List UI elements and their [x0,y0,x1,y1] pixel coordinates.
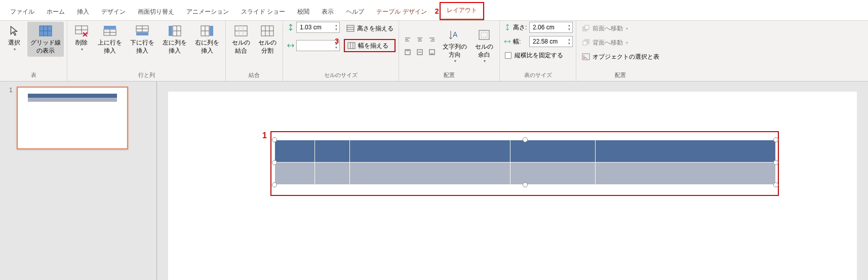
insert-left-icon [168,24,182,38]
cell-height-input[interactable]: ▲▼ [296,22,340,33]
tab-help[interactable]: ヘルプ [340,5,370,20]
cursor-icon [7,24,21,38]
row-height-icon [286,23,295,32]
group-cell-size-label: セルのサイズ [286,70,396,80]
group-table-size: 高さ: ▲▼ 幅: ▲▼ [500,21,576,81]
group-arrange: 前面へ移動 ▾ 背面へ移動 ▾ オブジェクトの選択と表 配 [576,21,664,81]
slide-table[interactable] [274,140,776,185]
spin-down[interactable]: ▼ [333,46,339,50]
cell-margins-label: セルの 余白 [475,43,493,59]
spin-up[interactable]: ▲ [333,23,339,27]
chevron-down-icon: ▾ [626,26,628,31]
insert-below-icon [135,24,149,38]
spin-down[interactable]: ▼ [566,42,572,46]
cell-margins-button[interactable]: セルの 余白 ▾ [472,26,496,66]
table-height-input[interactable]: ▲▼ [529,22,573,33]
table-height-field[interactable] [530,23,566,32]
insert-above-label: 上に行を 挿入 [98,39,122,55]
svg-rect-58 [585,25,589,29]
table-row[interactable] [275,140,776,163]
chevron-down-icon: ▾ [484,59,486,64]
send-backward-label: 背面へ移動 [593,38,623,47]
svg-rect-60 [583,41,587,45]
valign-middle[interactable] [414,47,425,58]
svg-rect-56 [481,32,487,37]
tab-home[interactable]: ホーム [41,5,71,20]
lock-aspect-checkbox[interactable]: 縦横比を固定する [503,50,573,61]
insert-col-left-button[interactable]: 左に列を 挿入 [160,22,190,57]
cell-width-input[interactable]: ▲▼ [296,40,340,51]
annotation-3: 3 [335,37,339,45]
tab-table-design[interactable]: テーブル デザイン [370,5,432,20]
insert-col-right-button[interactable]: 右に列を 挿入 [192,22,222,57]
cell-width-field[interactable] [297,41,333,50]
select-label: 選択 [8,39,20,47]
align-top-center[interactable] [414,34,425,46]
chevron-down-icon: ▾ [81,47,83,52]
selection-pane-button[interactable]: オブジェクトの選択と表 [579,50,661,63]
chevron-down-icon: ▾ [14,47,16,52]
select-button[interactable]: 選択 ▾ [3,22,25,54]
chevron-down-icon: ▾ [626,41,628,45]
align-top-left[interactable] [402,34,413,46]
valign-bottom[interactable] [426,47,438,58]
split-cells-button[interactable]: セルの 分割 [255,22,280,57]
slide-thumbnail-1[interactable]: 1 [9,87,147,149]
col-width-icon [286,41,295,50]
spin-down[interactable]: ▼ [566,27,572,31]
tab-review[interactable]: 校閲 [291,5,315,20]
slide-canvas-area[interactable]: 1 [157,82,868,280]
insert-row-below-button[interactable]: 下に行を 挿入 [127,22,157,57]
tab-file[interactable]: ファイル [4,5,41,20]
table-row[interactable] [275,163,776,185]
insert-row-above-button[interactable]: 上に行を 挿入 [95,22,125,57]
distribute-cols-button[interactable]: 幅を揃える [344,39,396,52]
lock-aspect-label: 縦横比を固定する [515,51,563,60]
table-width-label: 幅: [513,37,528,46]
align-top-right[interactable] [426,34,438,46]
svg-rect-9 [104,26,116,29]
cell-margins-icon [477,28,491,42]
distribute-cols-label: 幅を揃える [358,42,388,50]
bring-forward-label: 前面へ移動 [593,24,623,33]
group-alignment-label: 配置 [402,70,496,80]
text-direction-button[interactable]: A 文字列の 方向 ▾ [440,26,470,66]
ribbon-tabs: ファイル ホーム 挿入 デザイン 画面切り替え アニメーション スライド ショー… [0,0,868,21]
group-rows-cols-label: 行と列 [70,70,222,80]
send-backward-icon [581,38,590,47]
spin-down[interactable]: ▼ [333,27,339,31]
insert-below-label: 下に行を 挿入 [130,39,154,55]
tab-view[interactable]: 表示 [315,5,340,20]
svg-rect-21 [210,26,213,36]
slide[interactable]: 1 [168,92,857,280]
tab-slideshow[interactable]: スライド ショー [235,5,291,20]
merge-cells-button[interactable]: セルの 結合 [229,22,253,57]
bring-forward-button[interactable]: 前面へ移動 ▾ [579,22,661,35]
split-label: セルの 分割 [258,39,277,55]
group-table-size-label: 表のサイズ [503,70,573,80]
send-backward-button[interactable]: 背面へ移動 ▾ [579,36,661,49]
svg-rect-36 [348,43,355,49]
tab-layout[interactable]: レイアウト [440,2,484,20]
spin-up[interactable]: ▲ [566,23,572,27]
thumbnail-number: 1 [9,87,13,94]
tab-animations[interactable]: アニメーション [180,5,235,20]
tab-design[interactable]: デザイン [95,5,132,20]
delete-button[interactable]: 削除 ▾ [70,22,93,54]
valign-top[interactable] [402,47,413,58]
insert-right-icon [200,24,214,38]
distribute-rows-button[interactable]: 高さを揃える [344,22,396,35]
spin-up[interactable]: ▲ [566,37,572,42]
table-width-field[interactable] [530,37,566,46]
tab-insert[interactable]: 挿入 [71,5,95,20]
thumbnails-panel[interactable]: 1 [0,82,157,280]
table-height-label: 高さ: [513,23,528,32]
cell-height-field[interactable] [297,23,333,32]
insert-left-label: 左に列を 挿入 [163,39,187,55]
gridlines-button[interactable]: グリッド線 の表示 [27,22,64,57]
group-alignment: A 文字列の 方向 ▾ セルの 余白 ▾ 配置 [399,21,500,81]
table-width-input[interactable]: ▲▼ [529,36,573,47]
h-align-grid [402,34,438,58]
selection-pane-icon [581,52,590,61]
tab-transitions[interactable]: 画面切り替え [132,5,180,20]
